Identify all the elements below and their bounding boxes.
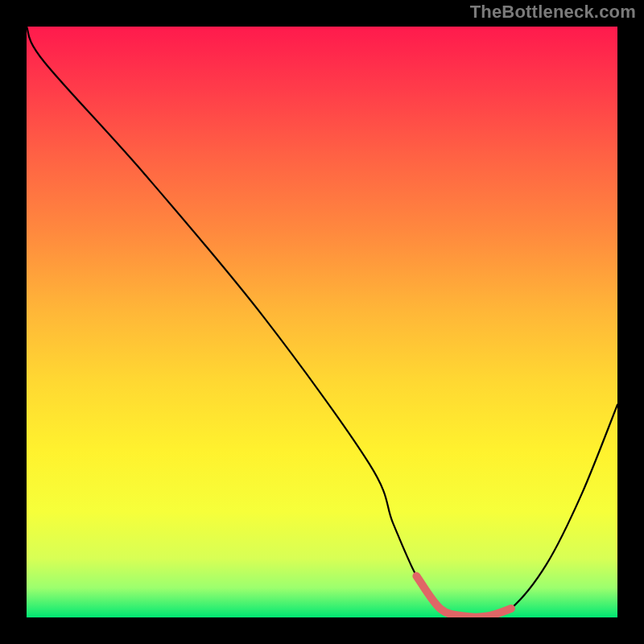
main-curve <box>27 27 617 617</box>
chart-frame: TheBottleneck.com <box>0 0 644 644</box>
watermark-text: TheBottleneck.com <box>470 2 636 23</box>
curve-layer <box>27 27 617 617</box>
plot-area <box>27 27 617 617</box>
highlight-curve <box>416 576 510 617</box>
